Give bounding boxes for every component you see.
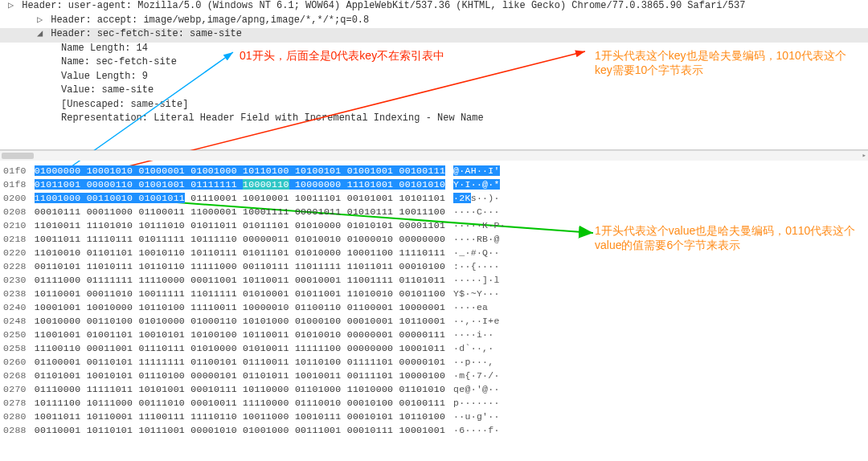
tree-text: [Unescaped: same-site] <box>61 99 188 110</box>
tree-text: Header: sec-fetch-site: same-site <box>51 28 242 39</box>
expand-icon: ▷ <box>37 14 45 27</box>
horizontal-scrollbar[interactable]: ▸ <box>0 150 868 161</box>
tree-text: Value Length: 9 <box>61 71 148 82</box>
tree-text: Value: same-site <box>61 84 154 96</box>
tree-text: Name: sec-fetch-site <box>61 56 177 67</box>
tree-row-sec-fetch-site[interactable]: ◢ Header: sec-fetch-site: same-site <box>0 28 868 43</box>
collapse-icon: ◢ <box>37 28 45 41</box>
tree-row-value-length[interactable]: Value Length: 9 <box>0 71 868 85</box>
tree-row-name-length[interactable]: Name Length: 14 <box>0 43 868 57</box>
bits-column: 01000000 10001010 01000001 01001000 1011… <box>35 164 445 437</box>
tree-row-unescaped[interactable]: [Unescaped: same-site] <box>0 99 868 113</box>
tree-text: Name Length: 14 <box>61 43 148 54</box>
tree-text: Header: user-agent: Mozilla/5.0 (Windows… <box>22 0 745 11</box>
tree-row-name[interactable]: Name: sec-fetch-site <box>0 56 868 71</box>
tree-text: Header: accept: image/webp,image/apng,im… <box>51 14 369 26</box>
tree-row-value[interactable]: Value: same-site <box>0 84 868 99</box>
offset-column: 01f001f802000208021002180220022802300238… <box>3 164 35 437</box>
scroll-right-icon: ▸ <box>862 151 866 160</box>
ascii-column: @·AH··I'Y·I··@·*·2Ks··)·····C········K·P… <box>445 164 506 437</box>
expand-icon: ▷ <box>8 0 16 13</box>
scrollbar-thumb[interactable] <box>2 153 34 159</box>
tree-row-user-agent[interactable]: ▷ Header: user-agent: Mozilla/5.0 (Windo… <box>0 0 868 14</box>
hex-pane: 01f001f802000208021002180220022802300238… <box>0 161 868 437</box>
tree-row-representation[interactable]: Representation: Literal Header Field wit… <box>0 112 868 127</box>
tree-row-accept[interactable]: ▷ Header: accept: image/webp,image/apng,… <box>0 14 868 29</box>
tree-text: Representation: Literal Header Field wit… <box>61 112 484 124</box>
